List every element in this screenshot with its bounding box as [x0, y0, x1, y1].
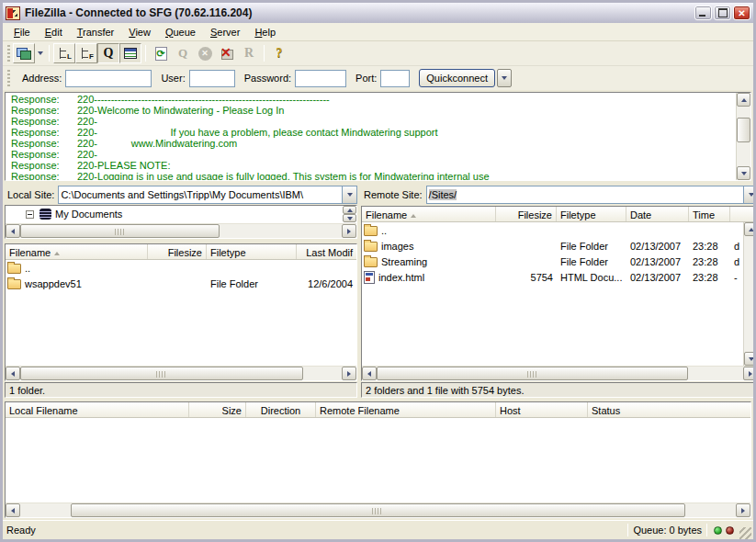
file-row-images[interactable]: images File Folder 02/13/2007 23:28 d	[362, 238, 743, 254]
scroll-thumb[interactable]	[20, 224, 220, 238]
tree-horizontal-scrollbar[interactable]	[6, 223, 356, 238]
file-row-updir[interactable]: ..	[362, 222, 743, 238]
toggle-local-tree-button[interactable]: L	[53, 43, 75, 63]
site-manager-button[interactable]	[13, 43, 35, 63]
quickconnect-dropdown[interactable]	[497, 69, 512, 87]
toggle-remote-tree-button[interactable]: F	[75, 43, 97, 63]
menu-file[interactable]: File	[6, 25, 38, 40]
column-header-filetype[interactable]: Filetype	[557, 207, 626, 221]
scroll-thumb[interactable]	[20, 367, 303, 380]
column-header-filetype[interactable]: Filetype	[207, 244, 297, 259]
local-site-combobox[interactable]: C:\Documents and Settings\Tripp\My Docum…	[58, 186, 357, 204]
menu-transfer[interactable]: Transfer	[70, 25, 122, 40]
arrow-left-icon	[11, 371, 15, 377]
close-button[interactable]: ✕	[733, 6, 750, 20]
minimize-button[interactable]	[694, 6, 712, 20]
scroll-left-button[interactable]	[362, 367, 377, 380]
scroll-down-button[interactable]	[343, 214, 356, 222]
scroll-thumb[interactable]	[71, 503, 686, 517]
file-row-updir[interactable]: ..	[6, 260, 356, 276]
resize-grip-icon[interactable]	[739, 527, 751, 539]
column-header-local-filename[interactable]: Local Filename	[6, 402, 189, 417]
column-header-status[interactable]: Status	[588, 402, 750, 417]
local-horizontal-scrollbar[interactable]	[6, 366, 356, 380]
activity-led-red	[726, 526, 734, 535]
scroll-down-button[interactable]	[737, 166, 750, 180]
log-scrollbar[interactable]	[736, 93, 750, 180]
menu-server[interactable]: Server	[203, 25, 247, 40]
address-input[interactable]	[65, 70, 152, 87]
menu-edit[interactable]: Edit	[38, 25, 70, 40]
log-line: Response:220-	[7, 116, 734, 127]
scroll-up-button[interactable]	[744, 222, 756, 236]
remote-site-dropdown[interactable]	[743, 186, 756, 203]
scroll-down-button[interactable]	[744, 352, 756, 366]
file-row-wsappdev51[interactable]: wsappdev51 File Folder 12/6/2004	[6, 276, 356, 291]
folder-icon	[364, 257, 378, 267]
column-header-permissions[interactable]	[730, 207, 756, 221]
password-input[interactable]	[295, 70, 346, 87]
local-site-dropdown[interactable]	[342, 186, 356, 203]
local-site-path[interactable]: C:\Documents and Settings\Tripp\My Docum…	[59, 189, 342, 200]
menu-help[interactable]: Help	[247, 25, 283, 40]
column-header-time[interactable]: Time	[689, 207, 730, 221]
column-header-direction[interactable]: Direction	[246, 402, 316, 417]
toolbar-grip[interactable]	[7, 45, 10, 62]
file-row-index-html[interactable]: index.html 5754 HTML Docu... 02/13/2007 …	[362, 269, 743, 285]
column-header-filename[interactable]: Filename	[6, 244, 148, 259]
scroll-track[interactable]	[20, 367, 342, 380]
column-header-size[interactable]: Size	[189, 402, 246, 417]
file-row-streaming[interactable]: Streaming File Folder 02/13/2007 23:28 d	[362, 254, 743, 269]
refresh-button[interactable]: ⟳	[150, 43, 172, 63]
tree-item-my-documents[interactable]: My Documents	[6, 206, 356, 222]
scroll-left-button[interactable]	[6, 503, 20, 517]
quickconnect-grip[interactable]	[7, 70, 10, 86]
tree-collapse-icon[interactable]	[26, 210, 34, 219]
site-manager-dropdown[interactable]	[35, 43, 45, 63]
column-header-filesize[interactable]: Filesize	[148, 244, 207, 259]
scroll-right-button[interactable]	[342, 224, 356, 238]
scroll-track[interactable]	[744, 236, 756, 352]
remote-list-header: Filename Filesize Filetype Date Time	[362, 207, 756, 222]
scroll-track[interactable]	[737, 107, 750, 166]
scroll-thumb[interactable]	[377, 367, 688, 380]
toggle-message-log-button[interactable]	[119, 43, 141, 63]
user-input[interactable]	[189, 70, 235, 87]
menu-view[interactable]: View	[121, 25, 158, 40]
remote-horizontal-scrollbar[interactable]	[362, 366, 756, 380]
remote-site-combobox[interactable]: /Sites/	[426, 186, 756, 204]
scroll-up-button[interactable]	[343, 206, 356, 214]
scroll-up-button[interactable]	[737, 93, 750, 107]
column-header-filename[interactable]: Filename	[362, 207, 496, 221]
scroll-left-button[interactable]	[6, 367, 20, 380]
scroll-track[interactable]	[20, 224, 342, 238]
toggle-queue-button[interactable]: Q	[97, 43, 119, 63]
local-file-list: Filename Filesize Filetype Last Modif ..	[5, 243, 357, 381]
scroll-thumb[interactable]	[737, 118, 750, 142]
disconnect-button[interactable]: ✕	[216, 43, 238, 63]
statusbar: Ready Queue: 0 bytes	[3, 520, 753, 539]
scroll-track[interactable]	[20, 503, 736, 517]
column-header-filesize[interactable]: Filesize	[496, 207, 557, 221]
address-label: Address:	[22, 73, 62, 84]
remote-vertical-scrollbar[interactable]	[743, 222, 756, 366]
quickconnect-button[interactable]: Quickconnect	[419, 69, 495, 87]
scroll-right-button[interactable]	[342, 367, 356, 380]
column-header-date[interactable]: Date	[626, 207, 689, 221]
scroll-right-button[interactable]	[736, 503, 750, 517]
menu-queue[interactable]: Queue	[158, 25, 203, 40]
maximize-button[interactable]	[714, 6, 731, 20]
remote-site-path[interactable]: /Sites/	[427, 189, 744, 200]
scroll-right-button[interactable]	[743, 367, 756, 380]
column-header-host[interactable]: Host	[496, 402, 588, 417]
message-log: Response:220----------------------------…	[5, 92, 751, 181]
scroll-track[interactable]	[377, 367, 743, 380]
queue-horizontal-scrollbar[interactable]	[6, 502, 750, 517]
reconnect-icon: R	[244, 46, 254, 61]
column-header-last-modified[interactable]: Last Modif	[297, 244, 356, 259]
scroll-left-button[interactable]	[6, 224, 20, 238]
tree-vertical-scrollbar[interactable]	[343, 206, 356, 223]
help-button[interactable]: ?	[268, 43, 290, 63]
column-header-remote-filename[interactable]: Remote Filename	[316, 402, 496, 417]
port-input[interactable]	[380, 70, 410, 87]
